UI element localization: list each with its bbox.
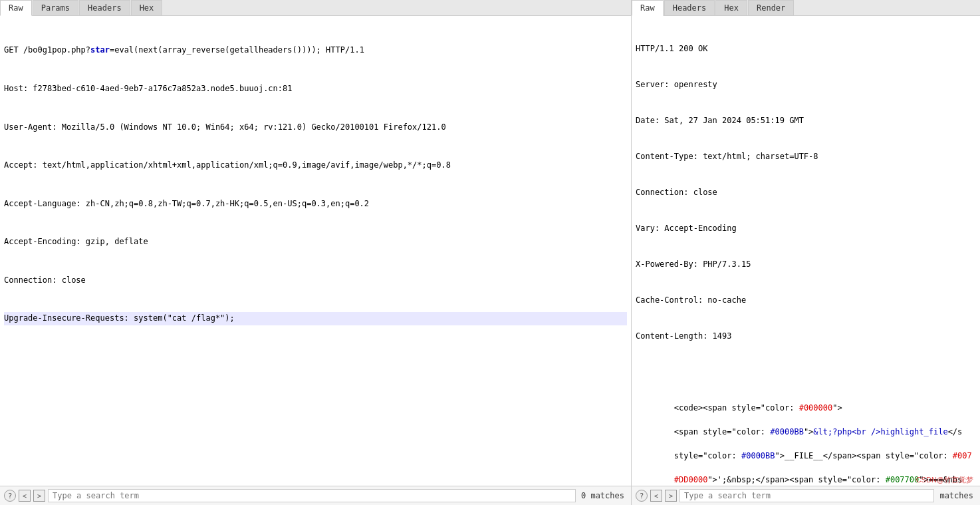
right-tab-bar: Raw Headers Hex Render (632, 0, 980, 16)
right-search-input[interactable] (679, 489, 934, 502)
tab-raw-right[interactable]: Raw (632, 0, 664, 16)
request-line-8: Upgrade-Insecure-Requests: system("cat /… (4, 312, 627, 325)
header-date: Date: Sat, 27 Jan 2024 05:51:19 GMT (636, 114, 976, 126)
left-search-input[interactable] (48, 489, 576, 502)
main-container: Raw Params Headers Hex GET /bo0g1pop.php… (0, 0, 980, 505)
header-powered-by: X-Powered-By: PHP/7.3.15 (636, 258, 976, 270)
status-line: HTTP/1.1 200 OK (636, 43, 976, 55)
left-prev-button[interactable]: < (19, 490, 31, 502)
tab-params[interactable]: Params (33, 0, 78, 15)
request-line-6: Accept-Encoding: gzip, deflate (4, 236, 627, 248)
header-content-type: Content-Type: text/html; charset=UTF-8 (636, 150, 976, 162)
header-cache-control: Cache-Control: no-cache (636, 294, 976, 306)
header-connection: Connection: close (636, 186, 976, 198)
response-body: <code><span style="color: #000000"> <spa… (636, 390, 976, 486)
request-line-4: Accept: text/html,application/xhtml+xml,… (4, 159, 627, 172)
left-tab-bar: Raw Params Headers Hex (0, 0, 631, 16)
right-next-button[interactable]: > (665, 490, 677, 502)
right-search-bar: ? < > matches (632, 486, 980, 505)
tab-headers-right[interactable]: Headers (664, 0, 715, 15)
left-search-bar: ? < > 0 matches (0, 486, 631, 505)
request-line-7: Connection: close (4, 274, 627, 287)
left-help-button[interactable]: ? (4, 490, 16, 502)
tab-render[interactable]: Render (748, 0, 794, 15)
help-icon: ? (8, 492, 13, 500)
request-line-3: User-Agent: Mozilla/5.0 (Windows NT 10.0… (4, 121, 627, 134)
next-icon: > (37, 492, 41, 500)
header-content-length: Content-Length: 1493 (636, 330, 976, 342)
left-panel: Raw Params Headers Hex GET /bo0g1pop.php… (0, 0, 632, 505)
right-content-area: HTTP/1.1 200 OK Server: openresty Date: … (632, 16, 980, 486)
tab-hex-left[interactable]: Hex (131, 0, 163, 15)
left-next-button[interactable]: > (33, 490, 45, 502)
right-help-icon: ? (640, 492, 644, 500)
header-server: Server: openresty (636, 79, 976, 90)
right-next-icon: > (669, 492, 673, 500)
tab-headers-left[interactable]: Headers (79, 0, 130, 15)
tab-hex-right[interactable]: Hex (715, 0, 747, 15)
request-line-2: Host: f2783bed-c610-4aed-9eb7-a176c7a852… (4, 83, 627, 95)
left-match-count: 0 matches (578, 491, 627, 500)
request-line-5: Accept-Language: zh-CN,zh;q=0.8,zh-TW;q=… (4, 198, 627, 210)
prev-icon: < (23, 492, 27, 500)
left-content-area: GET /bo0g1pop.php?star=eval(next(array_r… (0, 16, 631, 486)
right-match-count: matches (937, 491, 976, 500)
right-prev-button[interactable]: < (650, 490, 662, 502)
request-line-1: GET /bo0g1pop.php?star=eval(next(array_r… (4, 44, 627, 57)
right-help-button[interactable]: ? (636, 490, 648, 502)
header-vary: Vary: Accept-Encoding (636, 222, 976, 234)
right-prev-icon: < (654, 492, 658, 500)
tab-raw-left[interactable]: Raw (0, 0, 32, 16)
right-panel: Raw Headers Hex Render HTTP/1.1 200 OK S… (632, 0, 980, 505)
